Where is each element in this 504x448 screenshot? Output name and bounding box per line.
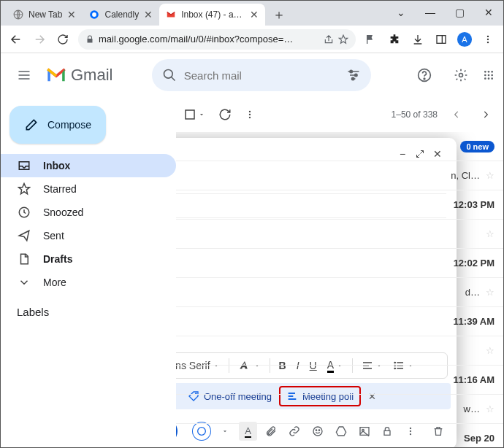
gmail-m-icon — [46, 67, 66, 83]
gmail-body: Compose Inbox Starred Snoozed Sent Draft… — [1, 97, 503, 448]
tab-newtab[interactable]: New Tab ✕ — [7, 4, 83, 26]
help-button[interactable] — [410, 61, 439, 90]
svg-point-16 — [484, 71, 486, 73]
compose-button[interactable]: Compose — [9, 106, 106, 144]
content-area: 1–50 of 338 New Message − ✕ Recipients S… — [176, 97, 503, 448]
sidebar-item-snoozed[interactable]: Snoozed — [1, 201, 176, 224]
inbox-row[interactable]: 11:16 AM — [176, 366, 503, 395]
svg-point-11 — [354, 74, 356, 76]
svg-point-29 — [249, 117, 251, 118]
sidebar-label: Starred — [43, 183, 77, 195]
inbox-row[interactable]: 0 new — [176, 132, 503, 161]
forward-button[interactable] — [28, 28, 50, 50]
reload-button[interactable] — [52, 28, 74, 50]
close-icon[interactable]: ✕ — [249, 9, 259, 20]
tab-title: New Tab — [28, 9, 62, 20]
tab-gmail-inbox[interactable]: Inbox (47) - an… ✕ — [159, 4, 265, 26]
main-menu-button[interactable] — [9, 61, 39, 90]
draft-icon — [17, 252, 31, 266]
svg-point-28 — [249, 114, 251, 115]
extensions-icon[interactable] — [383, 28, 405, 50]
prev-page-button[interactable] — [446, 104, 467, 125]
sidebar-item-inbox[interactable]: Inbox — [1, 154, 176, 177]
row-time: 11:39 AM — [453, 316, 495, 327]
tab-title: Calendly — [104, 9, 139, 20]
back-button[interactable] — [5, 28, 27, 50]
sidebar-item-drafts[interactable]: Drafts — [1, 247, 176, 271]
pencil-icon — [24, 117, 39, 132]
inbox-row[interactable]: 12:03 PM — [176, 190, 503, 220]
inbox-row[interactable]: ☆ — [176, 336, 503, 366]
window-close-button[interactable]: ✕ — [474, 4, 503, 26]
row-tail: w… — [464, 403, 480, 414]
svg-point-18 — [491, 71, 493, 73]
inbox-row[interactable]: w…☆ — [176, 395, 503, 424]
star-icon[interactable]: ☆ — [486, 287, 495, 298]
star-icon[interactable] — [338, 34, 348, 45]
svg-point-27 — [249, 111, 251, 112]
svg-rect-3 — [437, 35, 446, 43]
search-options-icon[interactable] — [346, 68, 361, 82]
star-icon[interactable]: ☆ — [486, 228, 495, 239]
settings-button[interactable] — [446, 61, 476, 90]
inbox-row[interactable]: 12:02 PM — [176, 249, 503, 278]
sidebar-nav: Inbox Starred Snoozed Sent Drafts More — [1, 154, 176, 294]
search-box[interactable] — [152, 59, 371, 91]
browser-tabs: New Tab ✕ Calendly ✕ Inbox (47) - an… ✕ … — [7, 4, 289, 26]
select-all-checkbox[interactable] — [183, 108, 205, 121]
sidebar-item-starred[interactable]: Starred — [1, 177, 176, 201]
gmail-header: Gmail — [1, 53, 503, 97]
sidebar-label: Inbox — [43, 160, 70, 171]
svg-point-23 — [488, 77, 490, 80]
inbox-row[interactable]: 11:39 AM — [176, 307, 503, 336]
profile-avatar[interactable]: A — [454, 28, 476, 50]
gmail-logo[interactable]: Gmail — [46, 66, 112, 85]
search-icon — [162, 68, 177, 82]
next-page-button[interactable] — [476, 104, 496, 125]
row-time: 11:16 AM — [453, 374, 495, 385]
sidebar-item-more[interactable]: More — [1, 271, 176, 294]
row-time: Sep 20 — [464, 433, 495, 444]
svg-point-14 — [424, 78, 425, 80]
sidebar-item-sent[interactable]: Sent — [1, 224, 176, 247]
compose-label: Compose — [47, 119, 91, 131]
svg-point-9 — [164, 70, 172, 79]
svg-point-8 — [487, 41, 489, 42]
browser-menu-button[interactable] — [477, 28, 499, 50]
new-tab-button[interactable]: ＋ — [270, 3, 289, 26]
inbox-row[interactable]: Sep 20 — [176, 424, 503, 448]
sidepanel-icon[interactable] — [430, 28, 452, 50]
star-icon[interactable]: ☆ — [486, 345, 495, 356]
labels-heading: Labels — [1, 294, 176, 323]
lock-icon — [85, 35, 94, 44]
tab-calendly[interactable]: Calendly ✕ — [83, 4, 159, 26]
search-input[interactable] — [184, 69, 339, 82]
downloads-icon[interactable] — [407, 28, 429, 50]
chevron-down-icon[interactable]: ⌄ — [386, 4, 416, 26]
star-icon[interactable]: ☆ — [486, 170, 495, 181]
omnibox[interactable]: mail.google.com/mail/u/0/#inbox?compose=… — [78, 29, 356, 50]
close-icon[interactable]: ✕ — [66, 9, 77, 20]
share-icon[interactable] — [324, 34, 334, 45]
refresh-button[interactable] — [218, 108, 232, 121]
inbox-row[interactable]: ☆ — [176, 220, 503, 249]
star-icon — [17, 182, 31, 196]
svg-point-7 — [487, 38, 489, 39]
page-range: 1–50 of 338 — [392, 109, 438, 120]
minimize-button[interactable]: — — [416, 4, 445, 26]
maximize-button[interactable]: ▢ — [445, 4, 474, 26]
svg-text:A: A — [462, 34, 467, 43]
close-icon[interactable]: ✕ — [143, 9, 153, 20]
apps-button[interactable] — [483, 61, 495, 90]
inbox-row[interactable]: n, Cl…☆ — [176, 161, 503, 190]
svg-point-22 — [484, 77, 486, 80]
chevron-down-icon — [17, 275, 31, 290]
extension-flag-icon[interactable] — [360, 28, 382, 50]
row-time: 12:03 PM — [454, 199, 495, 210]
star-icon[interactable]: ☆ — [486, 403, 495, 414]
inbox-row[interactable]: d…☆ — [176, 278, 503, 307]
browser-titlebar: New Tab ✕ Calendly ✕ Inbox (47) - an… ✕ … — [1, 1, 503, 26]
more-menu-button[interactable] — [245, 109, 255, 120]
tab-title: Inbox (47) - an… — [181, 9, 245, 20]
gmail-shell: Gmail Compose Inbox Starred Snoozed Sent… — [1, 53, 503, 448]
